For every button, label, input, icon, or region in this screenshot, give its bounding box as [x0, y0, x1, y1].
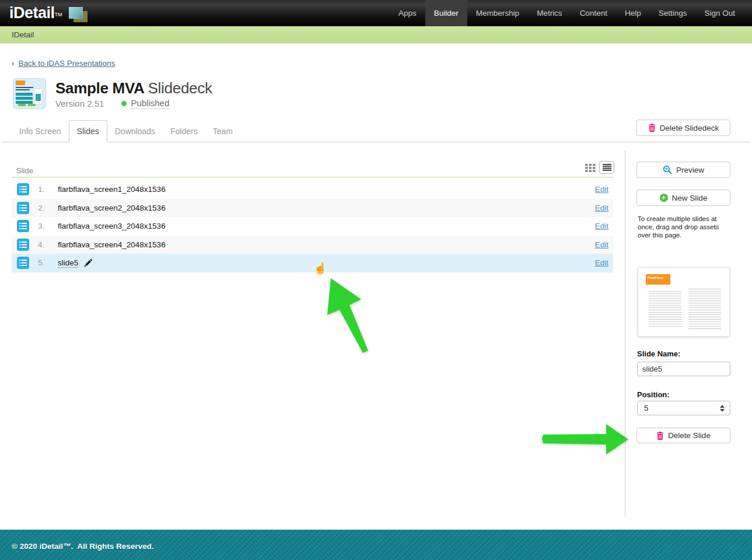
tab-downloads[interactable]: Downloads [107, 120, 163, 142]
slide-list-icon [17, 239, 29, 251]
slide-name-label: Slide Name: [637, 349, 680, 358]
slide-name-editable[interactable]: slide5 [58, 258, 78, 268]
page-title: Sample MVASlidedeck [55, 79, 212, 97]
tab-folders[interactable]: Folders [163, 120, 205, 142]
nav-item-signout[interactable]: Sign Out [695, 0, 744, 26]
flarbflava-logo: FlarbFlava [646, 274, 670, 285]
deck-meta: Version 2.51 Published [55, 98, 169, 109]
logo-text: iDetail [9, 4, 55, 22]
slide-name: flarbflava_screen4_2048x1536 [58, 240, 166, 249]
slide-row-2[interactable]: 2. flarbflava_screen2_2048x1536 Edit [12, 199, 613, 218]
trash-icon [648, 124, 656, 132]
published-dot-icon [121, 101, 127, 106]
edit-link[interactable]: Edit [595, 240, 608, 249]
tab-info-screen[interactable]: Info Screen [12, 120, 69, 142]
nav-item-content[interactable]: Content [571, 0, 616, 26]
slide-row-5-selected[interactable]: 5. slide5 Edit [12, 254, 613, 272]
green-arrow-to-delete-slide [542, 424, 628, 454]
version-label: Version 2.51 [55, 99, 104, 108]
copyright-text: © 2020 iDetail™. All Rights Reserved. [12, 530, 154, 560]
back-link-label: Back to iDAS Presentations [19, 59, 116, 68]
edit-link[interactable]: Edit [595, 185, 608, 194]
delete-slide-button[interactable]: Delete Slide [636, 428, 730, 443]
nav-item-membership[interactable]: Membership [467, 0, 528, 26]
slide-list-icon [17, 220, 29, 232]
edit-link[interactable]: Edit [595, 258, 608, 267]
slide-row-3[interactable]: 3. flarbflava_screen3_2048x1536 Edit [12, 217, 613, 236]
slide-row-1[interactable]: 1. flarbflava_screen1_2048x1536 Edit [12, 180, 613, 199]
nav-item-settings[interactable]: Settings [650, 0, 696, 26]
nav-item-builder[interactable]: Builder [425, 0, 467, 26]
stepper-arrows-icon[interactable] [720, 405, 725, 412]
delete-slidedeck-label: Delete Slidedeck [660, 124, 719, 132]
slide-name-input[interactable] [637, 362, 730, 376]
zoom-preview-icon [663, 165, 672, 174]
trash-icon [656, 432, 664, 440]
list-header-rule [12, 177, 613, 178]
plus-circle-icon [660, 194, 668, 202]
new-slide-button[interactable]: New Slide [636, 190, 730, 206]
slide-name: flarbflava_screen2_2048x1536 [58, 204, 166, 212]
pencil-icon[interactable] [84, 259, 92, 267]
grid-view-icon[interactable] [585, 164, 596, 174]
edit-link[interactable]: Edit [595, 222, 608, 230]
app-logo[interactable]: iDetailTM [9, 0, 90, 26]
position-stepper[interactable]: 5 [637, 401, 730, 415]
breadcrumb[interactable]: IDetail [12, 26, 34, 44]
slide-name: flarbflava_screen3_2048x1536 [58, 222, 166, 230]
footer-bar: © 2020 iDetail™. All Rights Reserved. [0, 530, 752, 560]
breadcrumb-bar: IDetail [0, 26, 752, 44]
preview-button[interactable]: Preview [636, 162, 730, 178]
content-divider [625, 150, 625, 517]
preview-label: Preview [676, 166, 704, 174]
tab-bar: Info Screen Slides Downloads Folders Tea… [12, 120, 240, 142]
slidedeck-thumbnail [13, 78, 46, 109]
green-arrow-to-slide5 [327, 278, 368, 353]
nav-item-metrics[interactable]: Metrics [528, 0, 571, 26]
slide-number: 2. [38, 204, 52, 212]
slide-list-icon [17, 183, 29, 195]
tab-team[interactable]: Team [205, 120, 240, 142]
top-nav-bar: iDetailTM Apps Builder Membership Metric… [0, 0, 752, 26]
drag-drop-help-text: To create multiple slides at once, drag … [638, 215, 726, 239]
selected-slide-thumbnail[interactable]: FlarbFlava [638, 267, 730, 337]
slide-row-4[interactable]: 4. flarbflava_screen4_2048x1536 Edit [12, 236, 613, 254]
slide-list-icon [17, 202, 29, 214]
deck-title-bold: Sample MVA [55, 79, 145, 97]
deck-title-regular: Slidedeck [148, 79, 212, 97]
slide-column-header: Slide [16, 166, 33, 175]
delete-slide-label: Delete Slide [668, 431, 711, 440]
list-view-icon[interactable] [599, 161, 614, 174]
nav-item-help[interactable]: Help [616, 0, 650, 26]
back-chevron-icon: ‹ [12, 59, 15, 68]
back-to-presentations-link[interactable]: ‹Back to iDAS Presentations [12, 59, 115, 68]
logo-tm: TM [55, 12, 62, 18]
position-value: 5 [644, 404, 720, 412]
edit-link[interactable]: Edit [595, 204, 608, 212]
app-window: iDetailTM Apps Builder Membership Metric… [0, 0, 752, 560]
position-label: Position: [637, 390, 670, 399]
tab-slides[interactable]: Slides [69, 120, 107, 142]
slide-list: 1. flarbflava_screen1_2048x1536 Edit 2. … [12, 180, 613, 272]
slide-number: 1. [38, 185, 52, 194]
slide-name: flarbflava_screen1_2048x1536 [58, 185, 166, 194]
slide-number: 3. [38, 222, 52, 230]
slide-list-icon [17, 257, 29, 269]
slide-number: 5. [38, 258, 52, 267]
logo-squares-icon [68, 6, 90, 24]
delete-slidedeck-button[interactable]: Delete Slidedeck [636, 120, 730, 136]
slide-number: 4. [38, 240, 52, 249]
new-slide-label: New Slide [672, 194, 708, 202]
nav-item-apps[interactable]: Apps [390, 0, 425, 26]
status-badge[interactable]: Published [131, 98, 169, 109]
top-nav-menu: Apps Builder Membership Metrics Content … [390, 0, 744, 26]
